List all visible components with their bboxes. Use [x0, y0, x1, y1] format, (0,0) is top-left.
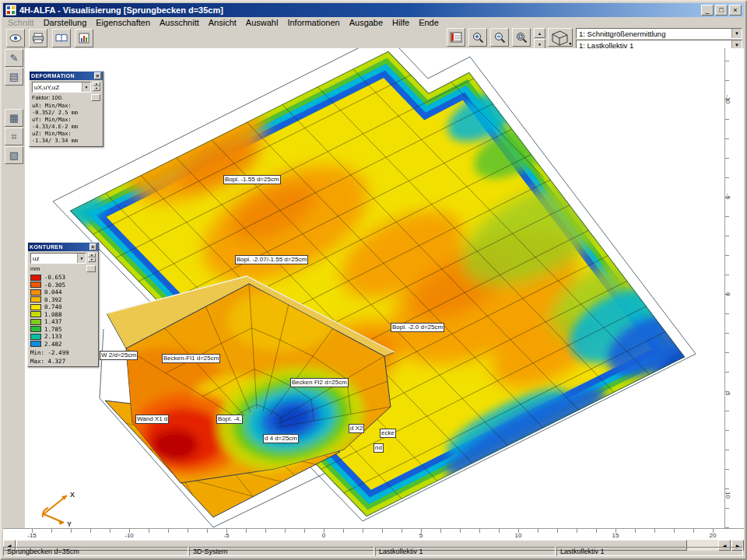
legend-value: 0.392: [44, 296, 62, 303]
konturen-panel-titlebar[interactable]: KONTUREN ×: [28, 243, 98, 251]
legend-row: 2.133: [30, 333, 96, 341]
legend-max: Max: 4.327: [30, 358, 96, 365]
legend-value: 2.133: [44, 333, 62, 340]
legend-row: -0.305: [30, 282, 96, 289]
cube-icon: [549, 29, 571, 46]
chevron-down-icon[interactable]: ▼: [77, 254, 86, 263]
deformation-row-value: -1.34/ 3.34 mm: [32, 138, 100, 145]
spinner-up-icon[interactable]: ▲: [534, 28, 545, 38]
legend-row: 0.392: [30, 296, 96, 304]
section-table-icon: [450, 32, 462, 43]
hatch-button[interactable]: ▧: [5, 146, 23, 164]
maximize-button[interactable]: □: [715, 5, 728, 16]
scale-settings-button[interactable]: [86, 265, 96, 272]
legend-row: 0.740: [30, 303, 96, 311]
deformation-spinner[interactable]: ▲▼: [93, 82, 100, 91]
window-title: 4H-ALFA - Visualisierung [Sprungbecken d…: [19, 5, 223, 15]
titlebar[interactable]: 4H-ALFA - Visualisierung [Sprungbecken d…: [3, 3, 744, 17]
konturen-panel-title: KONTUREN: [30, 244, 63, 250]
minimize-button[interactable]: _: [701, 5, 714, 16]
drawing-canvas[interactable]: Bopl. -1.55 d=25cmBopl. -2.07/-1.55 d=25…: [25, 48, 728, 528]
pencil-icon: ✎: [10, 52, 19, 64]
legend-value: 1.088: [44, 311, 62, 318]
table-icon: ⌗: [11, 131, 16, 143]
chevron-down-icon[interactable]: ▼: [82, 82, 90, 92]
legend-row: 1.785: [30, 326, 96, 334]
close-icon[interactable]: ×: [94, 72, 101, 79]
section-table-button[interactable]: [447, 28, 465, 47]
konturen-panel[interactable]: KONTUREN × uz ▼ ▲▼ mm -0.65: [27, 242, 99, 367]
legend-row: 1.088: [30, 311, 96, 319]
toolbar: ▲▼ 1: Schnittgrößenermittlung ▼ 1: Lastk…: [3, 28, 744, 48]
ruler-tick-label: -5: [223, 532, 229, 539]
view-spinner[interactable]: ▲▼: [534, 28, 545, 49]
view-button[interactable]: [6, 29, 25, 47]
contour-legend: -0.653-0.3050.0440.3920.7401.0881.4371.7…: [30, 274, 96, 348]
menu-ausschnitt[interactable]: Ausschnitt: [155, 18, 204, 27]
chevron-down-icon[interactable]: ▼: [731, 29, 742, 38]
konturen-spinner[interactable]: ▲▼: [88, 253, 96, 262]
unit-label: mm: [30, 265, 40, 272]
main-area: ✎ ▤ ▦ ⌗ ▧: [3, 48, 744, 524]
zoom-out-icon: [494, 32, 506, 44]
report-button[interactable]: [52, 29, 71, 47]
legend-swatch: [30, 341, 41, 347]
zoom-in-button[interactable]: [468, 28, 487, 47]
close-button[interactable]: ×: [729, 5, 742, 16]
legend-swatch: [30, 311, 41, 317]
deformation-panel-titlebar[interactable]: DEFORMATION ×: [30, 72, 103, 80]
zoom-window-icon: [516, 32, 528, 44]
model-label: nd: [374, 443, 384, 453]
deformation-panel-title: DEFORMATION: [31, 73, 75, 79]
model-label: ecke: [380, 429, 396, 438]
ruler-tick-label: 10: [515, 532, 522, 539]
print-button[interactable]: [29, 29, 47, 47]
legend-row: -0.653: [30, 274, 96, 282]
ruler-tick-label: 5: [724, 392, 731, 395]
status-panel: Lastkollektiv 1: [375, 547, 556, 556]
axis-triad: X Y: [33, 486, 87, 527]
deformation-component-combo[interactable]: uX,uY,uZ ▼: [32, 82, 91, 93]
app-window: 4H-ALFA - Visualisierung [Sprungbecken d…: [0, 0, 747, 560]
deformation-row-value: -4.33/4.E-2 mm: [32, 124, 100, 131]
faktor-edit-button[interactable]: [91, 94, 100, 101]
zoom-in-icon: [472, 32, 484, 44]
legend-row: 2.482: [30, 341, 96, 348]
layers-icon: ▤: [9, 71, 19, 82]
grid-button[interactable]: ▦: [5, 109, 23, 127]
menu-auswahl[interactable]: Auswahl: [241, 18, 283, 27]
menu-eigenschaften[interactable]: Eigenschaften: [91, 18, 155, 27]
ruler-tick-label: 5: [419, 532, 423, 539]
menu-darstellung[interactable]: Darstellung: [39, 18, 92, 27]
konturen-quantity-combo[interactable]: uz ▼: [30, 253, 86, 264]
view-3d-button[interactable]: [548, 28, 573, 47]
legend-swatch: [30, 326, 41, 332]
menu-hilfe[interactable]: Hilfe: [388, 18, 414, 27]
deformation-row-value: -0.352/ 2.5 mm: [32, 110, 100, 117]
layers-button[interactable]: ▤: [5, 68, 23, 86]
table-button[interactable]: ⌗: [5, 128, 23, 145]
model-label: Bopl. -2.07/-1.55 d=25cm: [235, 255, 308, 264]
app-icon: [5, 5, 16, 16]
results-button[interactable]: [75, 29, 93, 47]
zoom-out-button[interactable]: [490, 28, 509, 47]
ruler-tick-label: 0: [724, 292, 731, 296]
menu-informationen[interactable]: Informationen: [282, 18, 344, 27]
zoom-window-button[interactable]: [512, 28, 531, 47]
legend-swatch: [30, 296, 41, 303]
edit-button[interactable]: ✎: [5, 49, 23, 67]
deformation-row-label: uZ: Min/Max:: [32, 131, 100, 138]
deformation-panel[interactable]: DEFORMATION × uX,uY,uZ ▼ ▲▼ Faktor: 100.: [29, 71, 103, 147]
statusbar: Sprungbecken d=35cm3D-SystemLastkollekti…: [3, 546, 744, 557]
ruler-tick-label: 15: [612, 532, 619, 539]
menubar: SchnittDarstellungEigenschaftenAusschnit…: [3, 17, 744, 28]
menu-ende[interactable]: Ende: [414, 18, 444, 27]
section-mode-combo[interactable]: 1: Schnittgrößenermittlung ▼: [576, 28, 742, 39]
close-icon[interactable]: ×: [89, 243, 96, 250]
legend-value: 2.482: [44, 341, 62, 348]
legend-row: 1.437: [30, 318, 96, 326]
grid-icon: ▦: [9, 112, 19, 124]
menu-ausgabe[interactable]: Ausgabe: [345, 18, 388, 27]
menu-ansicht[interactable]: Ansicht: [204, 18, 241, 27]
legend-value: 0.044: [44, 289, 62, 296]
